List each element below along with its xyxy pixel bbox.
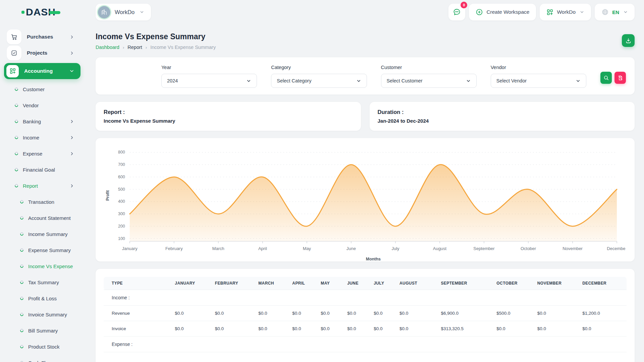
download-report-button[interactable]: [622, 34, 635, 47]
column-header[interactable]: JANUARY: [171, 277, 211, 290]
row-value: $0.0: [396, 321, 437, 337]
y-axis-title: Profit: [105, 190, 110, 200]
workdo-menu-button[interactable]: WorkDo: [540, 4, 591, 20]
download-icon: [625, 38, 632, 44]
workspace-selector[interactable]: WorkDo: [96, 4, 151, 20]
year-select[interactable]: 2024: [161, 74, 257, 88]
sidebar-item-invoice-summary[interactable]: Invoice Summary: [0, 306, 85, 322]
year-label: Year: [161, 65, 257, 70]
row-value: $0.0: [171, 321, 211, 337]
app-root: DASH PurchasesProjectsAccountingCustomer…: [0, 0, 644, 362]
search-icon: [603, 75, 609, 81]
bullet-icon: [19, 264, 24, 268]
duration-card-value: Jan-2024 to Dec-2024: [378, 118, 627, 124]
column-header[interactable]: MAY: [317, 277, 344, 290]
language-code: EN: [612, 9, 619, 15]
sidebar-item-product-stock[interactable]: Product Stock: [0, 339, 85, 355]
create-workspace-button[interactable]: Create Workspace: [469, 4, 536, 20]
breadcrumb-report[interactable]: Report: [127, 45, 142, 50]
breadcrumb-separator: ›: [146, 45, 147, 50]
income-expense-table: TYPEJANUARYFEBRUARYMARCHAPRILMAYJUNEJULY…: [104, 277, 627, 352]
table-row[interactable]: Revenue$0.0$0.0$0.0$0.0$0.0$0.0$0.0$0.0$…: [104, 306, 627, 321]
report-summary-card: Report : Income Vs Expense Summary: [96, 102, 361, 131]
sidebar-item-expense-summary[interactable]: Expense Summary: [0, 242, 85, 258]
sidebar-item-vendor[interactable]: Vendor: [0, 97, 85, 113]
category-select[interactable]: Select Category: [271, 74, 367, 88]
chevron-down-icon: [623, 10, 628, 14]
vendor-select[interactable]: Select Vendor: [491, 74, 586, 88]
column-header[interactable]: OCTOBER: [493, 277, 534, 290]
table-row[interactable]: Invoice$0.0$0.0$0.0$0.0$0.0$0.0$0.0$0.0$…: [104, 321, 627, 337]
sidebar-item-financial-goal[interactable]: Financial Goal: [0, 162, 85, 178]
sidebar-item-customer[interactable]: Customer: [0, 81, 85, 97]
language-selector[interactable]: EN: [595, 4, 635, 20]
main-area: WorkDo 0 Create Workspace WorkDo: [85, 0, 644, 362]
year-select-value: 2024: [167, 78, 178, 83]
row-value: $0.0: [212, 321, 255, 337]
column-header[interactable]: SEPTEMBER: [437, 277, 493, 290]
filter-spacer: [104, 65, 147, 95]
x-tick-label: February: [165, 246, 183, 251]
row-value: $0.0: [317, 306, 344, 321]
sidebar-item-income[interactable]: Income: [0, 129, 85, 145]
bullet-icon: [14, 119, 19, 124]
column-header[interactable]: FEBRUARY: [212, 277, 255, 290]
column-header[interactable]: TYPE: [104, 277, 171, 290]
cart-icon: [7, 29, 21, 44]
sidebar-nav: PurchasesProjectsAccountingCustomerVendo…: [0, 24, 85, 362]
sidebar-item-report[interactable]: Report: [0, 178, 85, 194]
chart-card: 100200300400500600700800JanuaryFebruaryM…: [96, 138, 635, 261]
column-header[interactable]: AUGUST: [396, 277, 437, 290]
column-header[interactable]: NOVEMBER: [534, 277, 579, 290]
brand-logo[interactable]: DASH: [0, 0, 85, 24]
column-header[interactable]: JUNE: [344, 277, 370, 290]
messages-button[interactable]: 0: [448, 4, 465, 20]
sidebar-item-profit-loss[interactable]: Profit & Loss: [0, 290, 85, 306]
table-section-row: Expense :: [104, 337, 627, 352]
sidebar-item-transaction[interactable]: Transaction: [0, 194, 85, 210]
table-section-row: Income :: [104, 290, 627, 306]
chevron-down-icon: [246, 78, 251, 83]
y-tick-label: 100: [118, 236, 125, 241]
sidebar-item-accounting[interactable]: Accounting: [4, 63, 80, 79]
column-header[interactable]: DECEMBER: [579, 277, 627, 290]
row-value: $0.0: [344, 306, 370, 321]
column-header[interactable]: MARCH: [255, 277, 289, 290]
sidebar-item-tax-summary[interactable]: Tax Summary: [0, 274, 85, 290]
customer-select[interactable]: Select Customer: [381, 74, 477, 88]
bullet-icon: [14, 151, 19, 156]
bullet-icon: [19, 296, 24, 301]
column-header[interactable]: APRIL: [289, 277, 317, 290]
sidebar-item-income-summary[interactable]: Income Summary: [0, 226, 85, 242]
filter-card: Year 2024 Category Select Category Custo…: [96, 57, 635, 95]
sidebar-item-expense[interactable]: Expense: [0, 145, 85, 162]
profit-area-chart: 100200300400500600700800JanuaryFebruaryM…: [104, 148, 625, 262]
sidebar-item-account-statement[interactable]: Account Statement: [0, 210, 85, 226]
workdo-menu-label: WorkDo: [557, 9, 576, 15]
sidebar-item-projects[interactable]: Projects: [0, 45, 85, 61]
sidebar-item-purchases[interactable]: Purchases: [0, 29, 85, 45]
x-tick-label: April: [258, 246, 267, 251]
chevron-down-icon: [140, 10, 144, 14]
sidebar-item-income-vs-expense[interactable]: Income Vs Expense: [0, 258, 85, 274]
sidebar-item-bill-summary[interactable]: Bill Summary: [0, 322, 85, 339]
x-tick-label: September: [473, 246, 495, 251]
breadcrumb-dashboard[interactable]: Dashboard: [96, 45, 119, 50]
report-table-card: TYPEJANUARYFEBRUARYMARCHAPRILMAYJUNEJULY…: [96, 269, 635, 362]
globe-icon: [601, 8, 609, 16]
bullet-icon: [14, 103, 19, 108]
apply-filter-button[interactable]: [600, 72, 612, 84]
clear-filter-button[interactable]: [614, 72, 626, 84]
sidebar-item-banking[interactable]: Banking: [0, 113, 85, 129]
breadcrumb-current: Income Vs Expense Summary: [150, 45, 216, 50]
workspace-avatar: [98, 6, 110, 18]
bullet-icon: [19, 328, 24, 333]
row-value: $6,900.0: [437, 306, 493, 321]
x-tick-label: May: [303, 246, 311, 251]
sidebar-item-cash-flow[interactable]: Cash Flow: [0, 355, 85, 362]
column-header[interactable]: JULY: [370, 277, 396, 290]
x-tick-label: November: [562, 246, 583, 251]
chevron-right-icon: [69, 151, 74, 156]
chevron-right-icon: [69, 35, 74, 40]
x-tick-label: June: [346, 246, 356, 251]
